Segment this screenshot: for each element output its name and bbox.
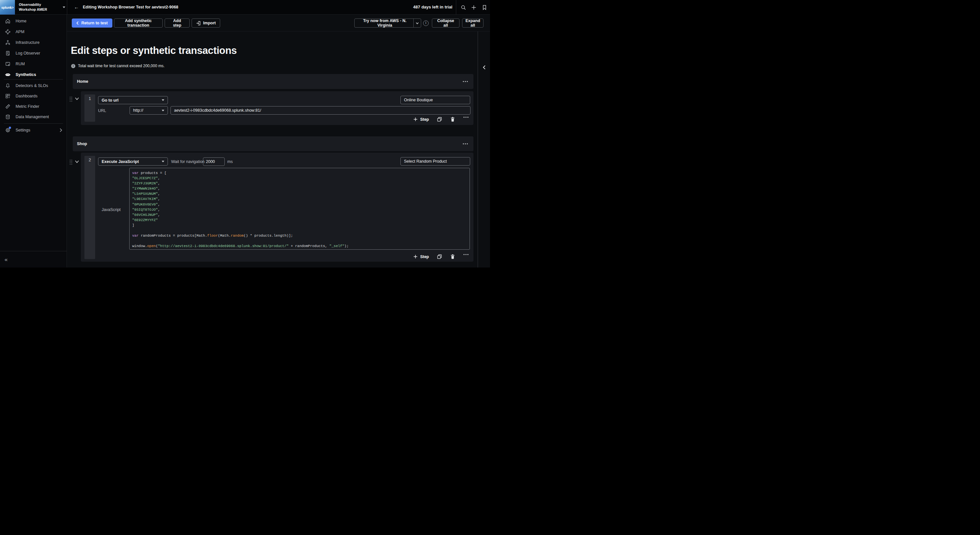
select-caret-icon xyxy=(162,161,164,162)
org-switcher-caret-icon xyxy=(63,6,65,8)
add-step-inline-label: Step xyxy=(420,117,429,122)
splunk-logo[interactable]: splunk> xyxy=(0,0,15,14)
sidebar-item-detectors-slos[interactable]: Detectors & SLOs xyxy=(0,81,67,90)
sidebar-bottom-divider xyxy=(0,251,67,251)
wait-ms-input[interactable] xyxy=(203,157,225,166)
code-line: var products = [ xyxy=(132,170,469,176)
sidebar-item-home[interactable]: Home xyxy=(0,16,67,26)
js-code-block[interactable]: var products = ["OLJCESPC7Z","2ZYFJ3GM2N… xyxy=(129,168,470,250)
sidebar-item-synthetics[interactable]: Synthetics xyxy=(0,70,67,79)
step-number: 2 xyxy=(84,156,95,259)
code-line: "66VCHSJNUP", xyxy=(132,212,469,217)
dashboards-grid-icon xyxy=(5,93,11,99)
create-plus-icon[interactable] xyxy=(471,5,477,10)
rum-icon xyxy=(5,61,11,67)
bookmark-icon[interactable] xyxy=(482,5,487,10)
sidebar-item-apm[interactable]: APM xyxy=(0,27,67,37)
collapse-all-label: Collapse all xyxy=(436,19,455,28)
org-name-line2: Workshop AMER xyxy=(19,7,61,12)
collapse-all-button[interactable]: Collapse all xyxy=(432,19,460,28)
step-number: 1 xyxy=(84,94,95,122)
import-button[interactable]: Import xyxy=(192,19,220,28)
code-line: "1YMWWN1N4O", xyxy=(132,186,469,191)
right-panel-expand-icon[interactable] xyxy=(482,65,486,71)
section-more-menu-icon[interactable] xyxy=(462,141,468,147)
return-to-test-button[interactable]: Return to test xyxy=(72,19,112,28)
import-icon xyxy=(196,21,201,25)
infrastructure-icon xyxy=(5,40,11,46)
page-title: Edit steps or synthetic transactions xyxy=(71,45,237,57)
expand-all-label: Expand all xyxy=(465,19,480,28)
sidebar-item-label: Synthetics xyxy=(16,72,36,77)
wait-time-info: i Total wait time for test cannot exceed… xyxy=(71,64,165,68)
section-header-home: Home xyxy=(73,74,473,89)
sidebar-item-settings[interactable]: Settings xyxy=(0,125,67,135)
back-button[interactable]: ← xyxy=(74,4,79,10)
step-card-1: 1 Go to url URL http:// Step xyxy=(81,91,473,125)
step-drag-handle-icon[interactable] xyxy=(69,96,73,102)
protocol-select[interactable]: http:// xyxy=(130,106,168,114)
try-now-button[interactable]: Try now from AWS - N. Virginia xyxy=(354,19,421,28)
step-name-input[interactable] xyxy=(400,157,470,165)
code-line xyxy=(132,228,469,233)
step-more-menu-icon[interactable] xyxy=(463,254,469,259)
sidebar-item-rum[interactable]: RUM xyxy=(0,59,67,69)
sidebar-item-label: RUM xyxy=(16,62,25,66)
wait-for-navigation-label: Wait for navigation xyxy=(171,159,205,164)
add-synthetic-transaction-label: Add synthetic transaction xyxy=(118,19,159,28)
log-observer-icon xyxy=(5,50,11,56)
step-collapse-chevron-icon[interactable] xyxy=(75,97,79,100)
sidebar-divider xyxy=(4,123,63,124)
delete-step-icon[interactable] xyxy=(450,254,456,259)
add-synthetic-transaction-button[interactable]: Add synthetic transaction xyxy=(114,19,163,28)
add-step-inline-button[interactable]: Step xyxy=(414,117,429,122)
synthetics-robot-icon xyxy=(5,72,11,78)
org-name-line1: Observability xyxy=(19,2,61,7)
section-more-menu-icon[interactable] xyxy=(462,79,468,84)
code-line: "2ZYFJ3GM2N", xyxy=(132,181,469,186)
url-input[interactable] xyxy=(170,106,471,114)
step-more-menu-icon[interactable] xyxy=(463,117,469,122)
step-action-select[interactable]: Execute JavaScript xyxy=(98,157,168,165)
step-action-value: Go to url xyxy=(102,98,119,103)
protocol-value: http:// xyxy=(133,108,143,113)
add-step-button[interactable]: Add step xyxy=(165,19,189,28)
section-name: Home xyxy=(77,79,88,84)
add-step-inline-button[interactable]: Step xyxy=(414,254,429,259)
duplicate-step-icon[interactable] xyxy=(437,117,442,122)
search-icon[interactable] xyxy=(460,5,466,10)
section-name: Shop xyxy=(77,141,87,146)
step-action-value: Execute JavaScript xyxy=(102,159,139,164)
sidebar-item-label: Metric Finder xyxy=(16,104,39,109)
breadcrumb-title: Editing Workshop Browser Test for aevtes… xyxy=(83,5,178,10)
sidebar-item-infrastructure[interactable]: Infrastructure xyxy=(0,38,67,48)
try-now-info-icon[interactable]: i xyxy=(423,21,429,26)
add-step-label: Add step xyxy=(169,19,185,28)
sidebar-item-label: APM xyxy=(16,30,24,34)
sidebar-collapse-icon[interactable]: « xyxy=(5,256,8,263)
sidebar-item-log-observer[interactable]: Log Observer xyxy=(0,48,67,58)
step-action-select[interactable]: Go to url xyxy=(98,96,168,104)
delete-step-icon[interactable] xyxy=(450,117,456,122)
return-to-test-label: Return to test xyxy=(81,21,108,25)
code-line: "9SIQT8TOJO", xyxy=(132,207,469,212)
sidebar-item-label: Dashboards xyxy=(16,94,37,98)
step-drag-handle-icon[interactable] xyxy=(69,159,73,165)
sidebar-divider xyxy=(4,79,63,79)
try-now-dropdown-caret[interactable] xyxy=(414,19,421,27)
sidebar-item-label: Settings xyxy=(16,128,30,132)
org-switcher[interactable]: Observability Workshop AMER xyxy=(19,2,61,12)
step-actions: Step xyxy=(414,117,469,122)
sidebar-item-data-management[interactable]: Data Management xyxy=(0,112,67,122)
sidebar-item-dashboards[interactable]: Dashboards xyxy=(0,91,67,101)
sidebar-item-metric-finder[interactable]: Metric Finder xyxy=(0,102,67,111)
expand-all-button[interactable]: Expand all xyxy=(462,19,484,28)
duplicate-step-icon[interactable] xyxy=(437,254,442,259)
home-icon xyxy=(5,18,11,24)
step-collapse-chevron-icon[interactable] xyxy=(75,160,79,163)
app-window: splunk> Observability Workshop AMER ← Ed… xyxy=(0,0,490,268)
splunk-logo-text: splunk> xyxy=(1,6,14,10)
sidebar-item-label: Detectors & SLOs xyxy=(16,83,48,88)
step-name-input[interactable] xyxy=(400,96,470,104)
code-line: "OLJCESPC7Z", xyxy=(132,176,469,181)
